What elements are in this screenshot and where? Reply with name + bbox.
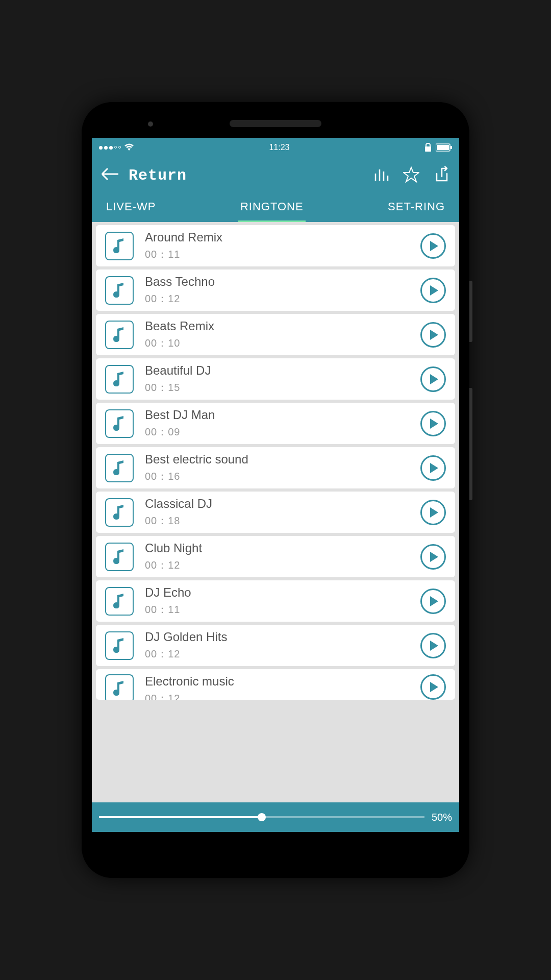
play-button[interactable] bbox=[420, 674, 446, 700]
ringtone-title: Beautiful DJ bbox=[145, 363, 409, 378]
ringtone-info: Beats Remix00：10 bbox=[145, 319, 409, 350]
phone-frame: 11:23 Return bbox=[82, 102, 469, 878]
share-icon bbox=[434, 166, 450, 183]
music-icon-box bbox=[105, 232, 134, 260]
ringtone-title: Best DJ Man bbox=[145, 408, 409, 422]
music-note-icon bbox=[110, 679, 129, 698]
ringtone-item[interactable]: Beats Remix00：10 bbox=[96, 314, 455, 355]
ringtone-item[interactable]: Bass Techno00：12 bbox=[96, 270, 455, 311]
equalizer-button[interactable] bbox=[372, 166, 389, 185]
music-icon-box bbox=[105, 543, 134, 571]
play-icon bbox=[430, 241, 438, 251]
play-icon bbox=[430, 330, 438, 340]
ringtone-title: Best electric sound bbox=[145, 452, 409, 467]
tab-ringtone[interactable]: RINGTONE bbox=[238, 200, 306, 222]
play-button[interactable] bbox=[420, 455, 446, 481]
ringtone-item[interactable]: DJ Echo00：11 bbox=[96, 580, 455, 622]
music-note-icon bbox=[110, 548, 129, 566]
ringtone-duration: 00：11 bbox=[145, 603, 409, 617]
signal-dots-icon bbox=[99, 146, 121, 150]
progress-percent: 50% bbox=[432, 812, 452, 823]
ringtone-info: Bass Techno00：12 bbox=[145, 275, 409, 306]
music-icon-box bbox=[105, 587, 134, 616]
play-button[interactable] bbox=[420, 233, 446, 259]
progress-slider[interactable] bbox=[99, 816, 424, 818]
ringtone-duration: 00：09 bbox=[145, 425, 409, 439]
ringtone-duration: 00：12 bbox=[145, 292, 409, 306]
play-icon bbox=[430, 596, 438, 606]
ringtone-info: DJ Golden Hits00：12 bbox=[145, 630, 409, 661]
ringtone-duration: 00：12 bbox=[145, 558, 409, 572]
share-button[interactable] bbox=[434, 166, 450, 185]
status-bar: 11:23 bbox=[92, 138, 459, 157]
ringtone-title: DJ Echo bbox=[145, 585, 409, 600]
ringtone-info: Around Remix00：11 bbox=[145, 230, 409, 261]
ringtone-list[interactable]: Around Remix00：11Bass Techno00：12Beats R… bbox=[92, 222, 459, 802]
ringtone-title: Around Remix bbox=[145, 230, 409, 244]
tab-live-wp[interactable]: LIVE-WP bbox=[104, 200, 158, 222]
wifi-icon bbox=[124, 143, 134, 152]
ringtone-item[interactable]: Classical DJ00：18 bbox=[96, 492, 455, 533]
play-button[interactable] bbox=[420, 544, 446, 570]
ringtone-title: Classical DJ bbox=[145, 497, 409, 511]
ringtone-item[interactable]: Beautiful DJ00：15 bbox=[96, 358, 455, 400]
music-icon-box bbox=[105, 409, 134, 438]
status-right bbox=[424, 143, 452, 152]
star-icon bbox=[403, 166, 419, 183]
favorite-button[interactable] bbox=[403, 166, 419, 185]
music-icon-box bbox=[105, 454, 134, 482]
play-button[interactable] bbox=[420, 278, 446, 303]
music-note-icon bbox=[110, 370, 129, 388]
play-icon bbox=[430, 463, 438, 473]
equalizer-icon bbox=[372, 166, 389, 183]
back-button[interactable] bbox=[101, 167, 119, 184]
play-button[interactable] bbox=[420, 633, 446, 658]
play-icon bbox=[430, 552, 438, 562]
ringtone-title: DJ Golden Hits bbox=[145, 630, 409, 644]
slider-thumb[interactable] bbox=[258, 813, 266, 821]
music-icon-box bbox=[105, 321, 134, 349]
svg-rect-0 bbox=[425, 146, 431, 152]
slider-fill bbox=[99, 816, 262, 818]
ringtone-title: Bass Techno bbox=[145, 275, 409, 289]
tab-set-ring[interactable]: SET-RING bbox=[386, 200, 447, 222]
music-icon-box bbox=[105, 631, 134, 660]
footer-slider-bar: 50% bbox=[92, 802, 459, 832]
play-button[interactable] bbox=[420, 589, 446, 614]
arrow-left-icon bbox=[101, 167, 119, 181]
music-note-icon bbox=[110, 326, 129, 344]
ringtone-info: Club Night00：12 bbox=[145, 541, 409, 572]
header-top: Return bbox=[101, 166, 450, 185]
play-button[interactable] bbox=[420, 411, 446, 436]
page-title: Return bbox=[129, 167, 187, 184]
play-icon bbox=[430, 682, 438, 692]
screen: 11:23 Return bbox=[92, 138, 459, 832]
play-icon bbox=[430, 374, 438, 384]
ringtone-item[interactable]: Club Night00：12 bbox=[96, 536, 455, 577]
svg-rect-2 bbox=[437, 145, 449, 150]
music-note-icon bbox=[110, 592, 129, 610]
ringtone-info: DJ Echo00：11 bbox=[145, 585, 409, 617]
ringtone-item[interactable]: Best electric sound00：16 bbox=[96, 447, 455, 488]
svg-rect-3 bbox=[450, 146, 452, 149]
play-button[interactable] bbox=[420, 366, 446, 392]
play-button[interactable] bbox=[420, 322, 446, 348]
ringtone-item[interactable]: DJ Golden Hits00：12 bbox=[96, 625, 455, 666]
play-icon bbox=[430, 507, 438, 518]
ringtone-duration: 00：12 bbox=[145, 647, 409, 661]
ringtone-item[interactable]: Around Remix00：11 bbox=[96, 225, 455, 266]
play-icon bbox=[430, 641, 438, 651]
ringtone-item[interactable]: Best DJ Man00：09 bbox=[96, 403, 455, 444]
music-icon-box bbox=[105, 365, 134, 394]
ringtone-duration: 00：16 bbox=[145, 470, 409, 483]
music-icon-box bbox=[105, 674, 134, 700]
ringtone-info: Best DJ Man00：09 bbox=[145, 408, 409, 439]
music-icon-box bbox=[105, 498, 134, 527]
music-icon-box bbox=[105, 276, 134, 305]
music-note-icon bbox=[110, 503, 129, 522]
ringtone-info: Best electric sound00：16 bbox=[145, 452, 409, 483]
ringtone-duration: 00：18 bbox=[145, 514, 409, 528]
ringtone-item[interactable]: Electronic music00：12 bbox=[96, 669, 455, 700]
phone-camera bbox=[148, 121, 153, 127]
play-button[interactable] bbox=[420, 500, 446, 525]
